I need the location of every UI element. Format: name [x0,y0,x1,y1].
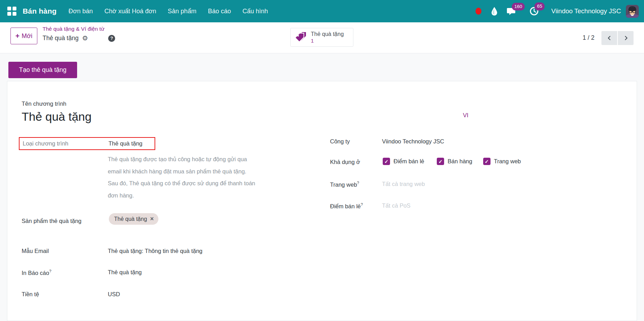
available-on-label: Khả dụng ở [330,159,360,165]
chevron-right-icon [623,35,629,41]
tooltip-question-mark: ? [361,202,363,207]
chevron-left-icon [606,35,613,41]
currency-value[interactable]: USD [108,291,120,298]
form-sheet: Tên chương trình Thẻ quà tặng VI Loại ch… [7,81,637,321]
annotation-red-box: Loại chương trình Thẻ quà tặng [19,137,155,150]
navbar-right: 160 65 Viindoo Technology JSC [475,5,644,18]
activities-clock-icon[interactable]: 65 [530,7,539,16]
website-field-placeholder[interactable]: Tất cả trang web [382,181,425,187]
gift-cards-smart-button[interactable]: Thẻ quà tặng 1 [290,28,353,47]
checkbox-sales[interactable]: ✓ [437,158,444,165]
menu-cho-xuat-hoa-don[interactable]: Chờ xuất Hoá đơn [104,8,156,15]
checkbox-sales-label: Bán hàng [448,158,472,165]
pos-label: Điểm bán lẻ? [330,202,363,210]
tag-remove-icon[interactable]: × [150,215,154,223]
gift-card-product-tag[interactable]: Thẻ quà tặng × [109,213,158,225]
pager-next-button[interactable] [618,31,634,45]
menu-san-pham[interactable]: Sản phẩm [168,8,196,15]
pos-field-placeholder[interactable]: Tất cả PoS [382,202,411,209]
smart-button-label: Thẻ quà tặng [311,31,344,37]
tooltip-question-mark: ? [49,269,51,273]
menu-bao-cao[interactable]: Báo cáo [208,8,231,15]
apps-grid-icon[interactable] [7,7,17,16]
tooltip-question-mark: ? [357,181,359,185]
breadcrumb-current: Thẻ quà tặng [43,35,78,42]
plus-icon: + [15,32,20,40]
pager-value[interactable]: 1 / 2 [583,34,594,42]
email-template-value[interactable]: Thẻ quà tặng: Thông tin thẻ quà tặng [108,248,202,254]
program-name-input[interactable]: Thẻ quà tặng [22,110,91,124]
program-type-label: Loại chương trình [23,140,108,147]
tags-icon [295,31,307,44]
help-icon[interactable]: ? [108,35,115,42]
pager: 1 / 2 [583,22,644,53]
website-label: Trang web? [330,181,359,188]
messages-badge: 160 [512,3,525,11]
checkbox-pos-label: Điểm bán lẻ [394,158,424,165]
checkbox-website[interactable]: ✓ [483,158,491,165]
company-value[interactable]: Viindoo Technology JSC [382,138,444,145]
program-name-label: Tên chương trình [22,100,66,107]
company-switcher[interactable]: Viindoo Technology JSC [551,7,621,15]
main-menu: Đơn bán Chờ xuất Hoá đơn Sản phẩm Báo cá… [68,8,268,15]
messages-icon[interactable]: 160 [507,7,516,16]
checkbox-website-label: Trang web [494,158,521,165]
smart-button-count: 1 [311,38,344,44]
new-button-label: Mới [22,32,32,40]
menu-cau-hinh[interactable]: Cấu hình [242,8,268,15]
control-panel: + Mới Thẻ quà tặng & Ví điện tử Thẻ quà … [0,22,644,53]
breadcrumb: Thẻ quà tặng & Ví điện tử Thẻ quà tặng ⚙… [43,26,115,42]
app-name[interactable]: Bán hàng [23,7,57,15]
pager-previous-button[interactable] [601,31,617,45]
top-navbar: Bán hàng Đơn bán Chờ xuất Hoá đơn Sản ph… [0,0,644,22]
activities-badge: 65 [534,2,545,10]
menu-don-ban[interactable]: Đơn bán [68,8,93,15]
program-type-help-text: Thẻ quà tặng được tạo thủ công hoặc tự đ… [108,153,255,201]
new-button[interactable]: + Mới [10,28,37,44]
company-label: Công ty [330,138,350,145]
report-print-value[interactable]: Thẻ quà tặng [108,269,142,276]
program-type-value[interactable]: Thẻ quà tặng [108,140,142,147]
user-avatar[interactable] [626,5,639,18]
report-print-label: In Báo cáo? [22,269,51,276]
gift-card-products-label: Sản phẩm thẻ quà tặng [22,215,84,227]
main-content: Tạo thẻ quà tặng Tên chương trình Thẻ qu… [0,53,644,321]
email-template-label: Mẫu Email [22,248,49,254]
currency-label: Tiền tệ [22,291,39,298]
checkbox-pos[interactable]: ✓ [383,158,390,165]
generate-gift-cards-button[interactable]: Tạo thẻ quà tặng [8,62,77,78]
breadcrumb-parent-link[interactable]: Thẻ quà tặng & Ví điện tử [43,26,115,32]
available-on-options: ✓ Điểm bán lẻ ✓ Bán hàng ✓ Trang web [383,158,521,165]
translation-badge[interactable]: VI [463,112,469,119]
settings-gear-icon[interactable]: ⚙ [82,34,88,42]
recording-indicator-icon [475,8,481,15]
tag-label: Thẻ quà tặng [114,216,147,222]
droplet-icon[interactable] [491,7,498,16]
